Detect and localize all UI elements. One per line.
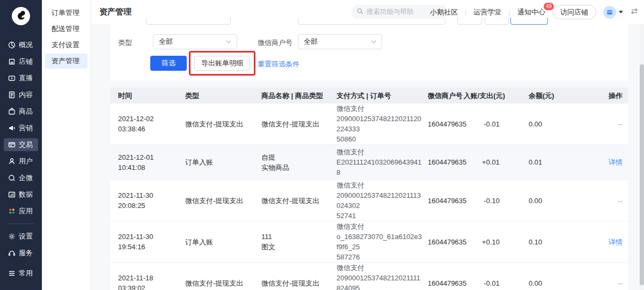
submenu-item-order-management[interactable]: 订单管理 xyxy=(45,5,87,20)
link-divider: | xyxy=(509,8,510,16)
visit-shop-button[interactable]: 访问店铺 xyxy=(552,5,596,19)
order-number-cont: 50860 xyxy=(336,134,422,144)
sidebar-item-users[interactable]: 用户 xyxy=(4,155,38,168)
table-row: 2021-11-18 03:39:02 微信支付-提现支出 微信支付-提现支出 … xyxy=(110,262,628,290)
cell-payment-order: 微信支付 2090001253748212021113024302 52741 xyxy=(336,180,428,221)
row-detail-link[interactable]: 详情 xyxy=(609,158,623,166)
table-row: 2021-11-30 19:54:16 订单入账 111 图文 微信支付 o_1… xyxy=(110,221,628,262)
content-icon xyxy=(8,91,16,99)
sidebar-item-content[interactable]: 内容 xyxy=(4,88,38,101)
data-icon xyxy=(8,191,16,199)
vertical-scrollbar[interactable] xyxy=(640,24,644,290)
payment-method: 微信支付 xyxy=(336,221,422,232)
filter-button[interactable]: 筛选 xyxy=(150,56,187,71)
marketing-icon xyxy=(8,124,16,132)
sidebar-item-data[interactable]: 数据 xyxy=(4,188,38,201)
order-number: 2090001253748212021111824095 xyxy=(336,273,422,290)
sidebar-item-marketing[interactable]: 营销 xyxy=(4,122,38,135)
cell-type: 微信支付-提现支出 xyxy=(185,278,261,288)
cell-merchant-id: 1604479635 xyxy=(428,119,475,129)
cell-type: 订单入账 xyxy=(185,237,261,247)
submenu-item-payment-settings[interactable]: 支付设置 xyxy=(45,38,87,53)
order-number-cont: 52741 xyxy=(336,211,422,221)
cell-balance: 0.10 xyxy=(505,237,566,247)
submenu-item-delivery-management[interactable]: 配送管理 xyxy=(45,21,87,36)
cell-type: 订单入账 xyxy=(185,157,261,167)
live-icon xyxy=(8,75,16,83)
payment-method: 微信支付 xyxy=(336,263,422,273)
product-name: 微信支付-提现支出 xyxy=(261,196,331,206)
product-name: 微信支付-提现支出 xyxy=(261,119,331,129)
scrollbar-thumb[interactable] xyxy=(640,64,644,285)
order-number: o_1638273070_61a6102e3f9f6_25 xyxy=(336,232,422,252)
type-select-value: 全部 xyxy=(159,37,173,47)
merchant-select[interactable]: 全部 xyxy=(298,34,382,49)
notification-label: 通知中心 xyxy=(517,8,545,16)
sidebar-item-settings[interactable]: 设置 xyxy=(4,230,38,243)
row-detail-link[interactable]: 详情 xyxy=(609,238,623,246)
row-detail-link[interactable]: -- xyxy=(618,120,623,128)
community-link[interactable]: 小鹅社区 xyxy=(430,8,458,17)
sidebar-item-overview[interactable]: 概况 xyxy=(4,39,38,51)
sidebar-item-wecom[interactable]: 企微 xyxy=(4,172,38,184)
page-title: 资产管理 xyxy=(99,7,131,17)
date-start-input-partial[interactable] xyxy=(146,18,231,25)
submenu-item-asset-management[interactable]: 资产管理 xyxy=(45,54,87,69)
sidebar-item-label: 概况 xyxy=(19,40,33,50)
sidebar-item-label: 商品 xyxy=(19,107,33,116)
cell-time: 2021-11-18 03:39:02 xyxy=(110,273,185,290)
cell-merchant-id: 1604479635 xyxy=(428,278,475,288)
row-detail-link[interactable]: -- xyxy=(618,197,623,205)
reset-filters-link[interactable]: 重置筛选条件 xyxy=(258,60,299,69)
cell-amount: -0.10 xyxy=(475,196,505,206)
cell-payment-order: 微信支付 2090001253748212021120224333 50860 xyxy=(336,103,428,144)
account-menu[interactable] xyxy=(603,6,623,19)
cell-amount: +0.10 xyxy=(475,237,505,247)
sidebar-item-label: 设置 xyxy=(19,232,33,241)
type-select[interactable]: 全部 xyxy=(153,34,237,49)
col-header-action: 操作 xyxy=(566,91,628,101)
col-header-balance: 余额(元) xyxy=(505,91,566,101)
sidebar-item-label: 数据 xyxy=(19,190,33,199)
product-name: 111 xyxy=(261,232,331,242)
sidebar-divider xyxy=(8,224,34,224)
payment-method: 微信支付 xyxy=(336,103,422,114)
shop-icon xyxy=(8,58,16,66)
users-icon xyxy=(8,158,16,166)
sidebar-item-service[interactable]: 服务 xyxy=(4,247,38,259)
export-bill-detail-button[interactable]: 导出账单明细 xyxy=(194,56,250,71)
sidebar-item-shop[interactable]: 店铺 xyxy=(4,55,38,68)
frequent-icon xyxy=(8,270,16,278)
submenu-item-label: 订单管理 xyxy=(52,8,79,18)
sidebar-item-frequent[interactable]: 常用 xyxy=(4,267,38,280)
apps-icon xyxy=(8,207,16,215)
cell-type: 微信支付-提现支出 xyxy=(185,196,261,206)
table-row: 2021-12-02 03:38:46 微信支付-提现支出 微信支付-提现支出 … xyxy=(110,103,628,144)
academy-link[interactable]: 运营学堂 xyxy=(474,8,502,17)
cell-merchant-id: 1604479635 xyxy=(428,196,475,206)
cell-time: 2021-11-30 19:54:16 xyxy=(110,232,185,252)
order-number: E2021112410320696439418 xyxy=(336,157,422,177)
row-detail-link[interactable]: -- xyxy=(618,279,623,287)
search-placeholder: 搜索功能与帮助 xyxy=(367,8,414,17)
link-divider: | xyxy=(465,8,466,16)
header-actions: 小鹅社区 | 运营学堂 | 通知中心 49 访问店铺 xyxy=(430,0,639,24)
switch-account-icon[interactable] xyxy=(630,8,639,17)
cell-action: -- xyxy=(566,119,628,129)
sidebar-item-label: 内容 xyxy=(19,90,33,100)
avatar[interactable] xyxy=(603,6,616,19)
chevron-down-icon xyxy=(619,11,623,13)
cell-time: 2021-12-02 03:38:46 xyxy=(110,114,185,134)
top-header: 资产管理 搜索功能与帮助 小鹅社区 | 运营学堂 | 通知中心 49 访问店铺 xyxy=(91,0,644,24)
cell-product: 微信支付-提现支出 xyxy=(261,119,336,129)
sidebar-item-live[interactable]: 直播 xyxy=(4,72,38,85)
sidebar-item-label: 直播 xyxy=(19,73,33,83)
sidebar-item-trade[interactable]: 交易 xyxy=(4,138,38,151)
filter-panel: 类型 全部 微信商户号 全部 筛选 导出账单明细 重置筛选条件 xyxy=(110,24,628,80)
submenu-item-label: 配送管理 xyxy=(52,24,79,34)
sidebar-item-goods[interactable]: 商品 xyxy=(4,105,38,118)
sidebar-item-apps[interactable]: 应用 xyxy=(4,205,38,218)
secondary-sidebar: 订单管理 配送管理 支付设置 资产管理 xyxy=(42,0,91,290)
notification-center-link[interactable]: 通知中心 49 xyxy=(517,8,545,17)
cell-amount: -0.01 xyxy=(475,278,505,288)
